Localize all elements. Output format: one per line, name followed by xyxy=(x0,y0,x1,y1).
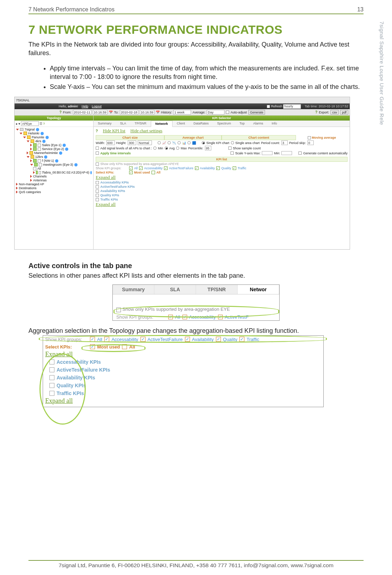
tab-info[interactable]: Info xyxy=(267,121,281,127)
expand-icon[interactable]: ▾ xyxy=(18,122,20,126)
group-atf-checkbox[interactable]: ✓ xyxy=(164,166,168,170)
info-icon[interactable] xyxy=(41,132,44,135)
tree-checkbox[interactable] xyxy=(38,159,41,163)
expand-icon[interactable] xyxy=(27,151,28,154)
tree-node[interactable]: Panunite xyxy=(32,135,44,139)
collapse-icon[interactable] xyxy=(27,156,30,158)
tab-network[interactable]: Network xyxy=(151,121,173,127)
collapse-icon[interactable] xyxy=(23,137,26,138)
tab-network[interactable]: Networ xyxy=(238,285,279,294)
expand-icon[interactable] xyxy=(30,175,32,178)
group-all-checkbox[interactable]: ✓ xyxy=(129,166,133,170)
info-icon[interactable] xyxy=(55,159,58,163)
tab-summary[interactable]: Summary xyxy=(113,285,154,294)
average-select[interactable]: Day xyxy=(207,110,224,115)
expand-all-link[interactable]: Expand all xyxy=(96,202,116,207)
period-count-input[interactable]: 3 xyxy=(281,140,288,145)
apeye-select[interactable]: APEye xyxy=(21,121,39,126)
group-qual-checkbox[interactable]: ✓ xyxy=(216,166,220,170)
tree-node[interactable]: Antennas xyxy=(33,179,47,182)
expand-icon[interactable]: ▸ xyxy=(16,122,18,126)
kpi-cat-checkbox[interactable] xyxy=(96,181,99,184)
help-icon[interactable]: ? xyxy=(59,110,62,114)
autoadjust-checkbox[interactable] xyxy=(226,111,229,114)
tab-sla[interactable]: SLA xyxy=(116,121,131,127)
help-icon[interactable]: ? xyxy=(315,110,317,114)
avg-chart-radio[interactable] xyxy=(168,141,171,144)
show-sample-checkbox[interactable] xyxy=(228,147,232,150)
tree-node[interactable]: 12krs xyxy=(35,155,43,159)
info-icon[interactable] xyxy=(46,136,49,139)
tree-icon[interactable]: ☰ xyxy=(39,122,42,126)
info-icon[interactable] xyxy=(90,171,92,174)
scale-y-checkbox[interactable] xyxy=(231,151,234,155)
content-radio-single-kpi[interactable] xyxy=(202,141,205,144)
expand-icon[interactable] xyxy=(30,144,32,147)
add-signal-checkbox[interactable] xyxy=(96,147,99,150)
tree-checkbox[interactable] xyxy=(38,144,41,147)
info-icon[interactable] xyxy=(36,128,39,131)
expand-icon[interactable] xyxy=(16,187,18,190)
avg-radio[interactable] xyxy=(165,147,168,150)
most-used-checkbox[interactable]: ✓ xyxy=(129,171,133,174)
percentile-input[interactable]: 95 xyxy=(205,146,211,150)
collapse-icon[interactable] xyxy=(30,164,33,166)
tree-node[interactable]: Channels xyxy=(33,175,47,178)
tab-spectrum[interactable]: Spectrum xyxy=(213,121,235,127)
tree-node[interactable]: 7signal xyxy=(25,128,35,131)
logout-link[interactable]: Logout xyxy=(92,105,102,108)
tab-sla[interactable]: SLA xyxy=(154,285,196,294)
refresh-interval-select[interactable]: hourly xyxy=(283,104,301,109)
tree-node[interactable]: f (NW-1) xyxy=(42,159,54,163)
kpi-cat-checkbox[interactable] xyxy=(96,190,99,193)
expand-icon[interactable] xyxy=(33,171,35,174)
tree-node[interactable]: QoS categories xyxy=(19,190,41,194)
expand-all-link[interactable]: Expand all xyxy=(96,175,116,180)
tab-alarms[interactable]: Alarms xyxy=(249,121,267,127)
content-radio-single-area[interactable] xyxy=(231,141,234,144)
tab-tpsnr[interactable]: TP/SNR xyxy=(131,121,151,127)
tree-node[interactable]: 4krs xyxy=(35,139,41,143)
info-icon[interactable] xyxy=(65,148,68,151)
tree-node[interactable]: 7labra_00:B0:0C:02:A3:2D(AP-6) xyxy=(42,171,90,174)
gen-auto-checkbox[interactable] xyxy=(298,151,302,155)
tree-node[interactable]: All xyxy=(37,167,41,170)
show-only-checkbox[interactable] xyxy=(96,163,99,166)
avg-chart-radio[interactable] xyxy=(178,141,181,144)
expand-icon[interactable] xyxy=(16,191,18,193)
tree-checkbox[interactable] xyxy=(33,167,36,170)
info-icon[interactable] xyxy=(74,163,78,166)
calendar-icon[interactable]: 📅 xyxy=(109,111,113,114)
help-icon[interactable]: ? xyxy=(96,129,98,133)
info-icon[interactable] xyxy=(63,144,66,147)
calendar-icon[interactable]: 📅 xyxy=(156,111,160,114)
avg-chart-radio[interactable] xyxy=(158,141,161,144)
export-pdf-button[interactable]: pdf xyxy=(340,110,348,115)
kpi-cat-checkbox[interactable] xyxy=(96,198,99,201)
avg-chart-radio[interactable] xyxy=(187,141,191,144)
info-icon[interactable] xyxy=(59,151,62,155)
tab-top[interactable]: Top xyxy=(235,121,249,127)
collapse-icon[interactable] xyxy=(27,140,30,142)
tree-node[interactable]: Mannerheimintie xyxy=(34,151,58,155)
collapse-icon[interactable] xyxy=(20,133,22,134)
apply-intervals-checkbox[interactable] xyxy=(96,151,99,155)
help-icon[interactable]: ? xyxy=(43,122,45,126)
tree-node[interactable]: Helsinki xyxy=(28,132,39,135)
expand-icon[interactable] xyxy=(16,183,18,186)
expand-icon[interactable] xyxy=(30,159,32,162)
refresh-checkbox[interactable] xyxy=(267,105,270,108)
tree-checkbox[interactable] xyxy=(39,171,41,174)
expand-all-link[interactable]: Expand all xyxy=(43,397,323,405)
collapse-icon[interactable] xyxy=(16,129,19,131)
tab-client[interactable]: Client xyxy=(173,121,189,127)
period-skip-input[interactable]: 0 xyxy=(307,140,314,145)
expand-all-link[interactable]: Expand all xyxy=(43,351,323,358)
info-icon[interactable] xyxy=(42,140,46,143)
from-date-input[interactable]: 2010-02-11 xyxy=(73,110,91,115)
info-icon[interactable] xyxy=(44,155,47,159)
all-checkbox[interactable]: ✓ xyxy=(152,171,155,174)
tab-datarates[interactable]: DataRates xyxy=(189,121,213,127)
ymin-input[interactable] xyxy=(281,151,292,155)
min-radio[interactable] xyxy=(153,147,157,150)
